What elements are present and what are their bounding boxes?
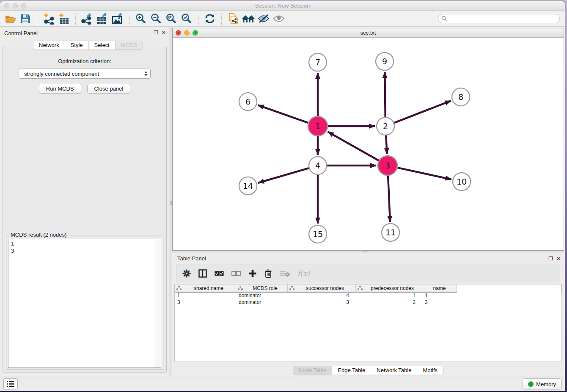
network-maximize-button[interactable]: + bbox=[193, 30, 198, 36]
float-panel-icon[interactable]: ❐ bbox=[548, 256, 553, 262]
result-scrollbar[interactable] bbox=[155, 239, 161, 367]
tab-edge-table[interactable]: Edge Table bbox=[332, 366, 371, 375]
graph-edge-3-10[interactable] bbox=[397, 168, 451, 179]
table-row[interactable]: 3 dominator 3 2 3 bbox=[175, 299, 561, 306]
delete-table-icon bbox=[280, 270, 290, 277]
tab-motifs[interactable]: Motifs bbox=[417, 366, 443, 375]
zoom-selected-button[interactable] bbox=[179, 12, 194, 25]
window-controls bbox=[4, 3, 26, 8]
graph-edge-3-11[interactable] bbox=[388, 176, 390, 222]
vertical-splitter[interactable] bbox=[169, 27, 172, 376]
zoom-in-button[interactable] bbox=[133, 12, 149, 25]
zoom-fit-button[interactable] bbox=[164, 12, 179, 25]
table-header-row: shared name MCDS role successor nodes pr… bbox=[175, 284, 561, 293]
search-input[interactable] bbox=[449, 16, 556, 22]
deselect-all-button[interactable] bbox=[231, 268, 241, 279]
graph-edge-2-3[interactable] bbox=[386, 135, 387, 154]
status-bar: Memory bbox=[0, 376, 565, 391]
add-column-button[interactable] bbox=[248, 268, 257, 279]
show-panels-button[interactable] bbox=[3, 378, 18, 389]
graph-node-1[interactable]: 1 bbox=[308, 116, 328, 136]
tab-mcds[interactable]: MCDS bbox=[116, 41, 143, 50]
toggle-column-button[interactable] bbox=[198, 268, 207, 279]
graph-node-9[interactable]: 9 bbox=[376, 52, 394, 70]
import-network-button[interactable] bbox=[41, 12, 56, 25]
result-line: 1 bbox=[11, 240, 158, 247]
zoom-out-button[interactable] bbox=[149, 12, 164, 25]
window-title: Session: New Session bbox=[0, 1, 565, 10]
export-network-button[interactable] bbox=[80, 12, 95, 25]
graph-node-14[interactable]: 14 bbox=[239, 177, 257, 195]
control-panel: Control Panel ❐ ✕ Network Style Select M… bbox=[0, 27, 169, 376]
tab-network-table[interactable]: Network Table bbox=[371, 366, 417, 375]
table-panel-title: Table Panel bbox=[177, 255, 206, 262]
network-minimize-button[interactable]: − bbox=[184, 30, 190, 36]
tab-network[interactable]: Network bbox=[33, 41, 65, 50]
tab-style[interactable]: Style bbox=[65, 41, 89, 50]
graph-edge-2-8[interactable] bbox=[394, 101, 451, 123]
graph-node-7[interactable]: 7 bbox=[309, 53, 327, 71]
minimize-window-button[interactable] bbox=[13, 3, 18, 8]
network-close-button[interactable]: ✕ bbox=[176, 30, 181, 36]
hide-selected-button[interactable] bbox=[256, 12, 271, 25]
close-panel-button[interactable]: Close panel bbox=[87, 84, 131, 94]
graph-edge-3-1[interactable] bbox=[328, 132, 379, 160]
table-settings-button[interactable] bbox=[182, 268, 191, 279]
import-table-button[interactable] bbox=[56, 12, 72, 25]
svg-text:15: 15 bbox=[313, 229, 323, 239]
function-builder-button[interactable]: f(x) bbox=[297, 268, 310, 279]
open-session-button[interactable] bbox=[3, 12, 18, 25]
tab-node-table[interactable]: Node Table bbox=[293, 366, 333, 375]
column-header-mcds-role[interactable]: MCDS role bbox=[236, 284, 288, 293]
column-header-predecessor-nodes[interactable]: predecessor nodes bbox=[356, 284, 422, 293]
splitter-grip[interactable] bbox=[170, 201, 172, 205]
svg-text:10: 10 bbox=[457, 177, 467, 186]
graph-node-10[interactable]: 10 bbox=[453, 173, 471, 190]
clone-network-button[interactable] bbox=[226, 12, 241, 25]
svg-text:9: 9 bbox=[382, 57, 387, 66]
clone-network-icon bbox=[228, 13, 239, 25]
graph-node-11[interactable]: 11 bbox=[382, 224, 399, 241]
close-window-button[interactable] bbox=[4, 3, 9, 8]
export-table-icon bbox=[96, 13, 109, 25]
network-canvas[interactable]: 7968124314101511 bbox=[173, 38, 564, 250]
memory-button[interactable]: Memory bbox=[523, 378, 561, 389]
save-session-button[interactable] bbox=[18, 12, 33, 25]
close-panel-icon[interactable]: ✕ bbox=[162, 30, 166, 36]
svg-text:6: 6 bbox=[245, 97, 250, 106]
trash-icon bbox=[264, 269, 272, 278]
main-titlebar: Session: New Session bbox=[0, 1, 565, 11]
column-header-name[interactable]: name bbox=[422, 284, 457, 293]
column-header-shared-name[interactable]: shared name bbox=[175, 284, 236, 293]
delete-table-button[interactable] bbox=[280, 268, 290, 279]
graph-node-15[interactable]: 15 bbox=[309, 225, 327, 243]
graph-node-6[interactable]: 6 bbox=[239, 93, 257, 110]
criterion-dropdown[interactable]: strongly connected component bbox=[19, 69, 151, 79]
graph-node-8[interactable]: 8 bbox=[452, 88, 470, 106]
refresh-button[interactable] bbox=[202, 12, 217, 25]
show-all-button[interactable] bbox=[271, 12, 286, 25]
splitter-grip[interactable] bbox=[363, 251, 367, 252]
export-table-button[interactable] bbox=[95, 12, 110, 25]
delete-column-button[interactable] bbox=[264, 268, 272, 279]
export-image-button[interactable] bbox=[110, 12, 125, 25]
graph-edge-4-14[interactable] bbox=[258, 168, 309, 183]
select-all-button[interactable] bbox=[215, 268, 224, 279]
svg-text:4: 4 bbox=[315, 161, 320, 170]
graph-edge-2-9[interactable] bbox=[385, 72, 385, 117]
table-tabs: Node Table Edge Table Network Table Moti… bbox=[172, 366, 564, 375]
run-mcds-button[interactable]: Run MCDS bbox=[39, 84, 81, 94]
float-panel-icon[interactable]: ❐ bbox=[154, 30, 158, 36]
graph-node-4[interactable]: 4 bbox=[309, 157, 327, 174]
zoom-window-button[interactable] bbox=[21, 3, 26, 8]
close-panel-icon[interactable]: ✕ bbox=[556, 256, 561, 262]
home-button[interactable] bbox=[241, 12, 256, 25]
graph-node-3[interactable]: 3 bbox=[378, 156, 397, 175]
search-box[interactable] bbox=[438, 14, 560, 23]
tab-select[interactable]: Select bbox=[89, 41, 116, 50]
table-row[interactable]: 1 dominator 4 1 1 bbox=[175, 293, 561, 299]
mcds-result-area[interactable]: 1 3 bbox=[8, 239, 161, 368]
graph-edge-1-6[interactable] bbox=[258, 105, 308, 123]
graph-node-2[interactable]: 2 bbox=[377, 117, 394, 135]
column-header-successor-nodes[interactable]: successor nodes bbox=[288, 284, 356, 293]
